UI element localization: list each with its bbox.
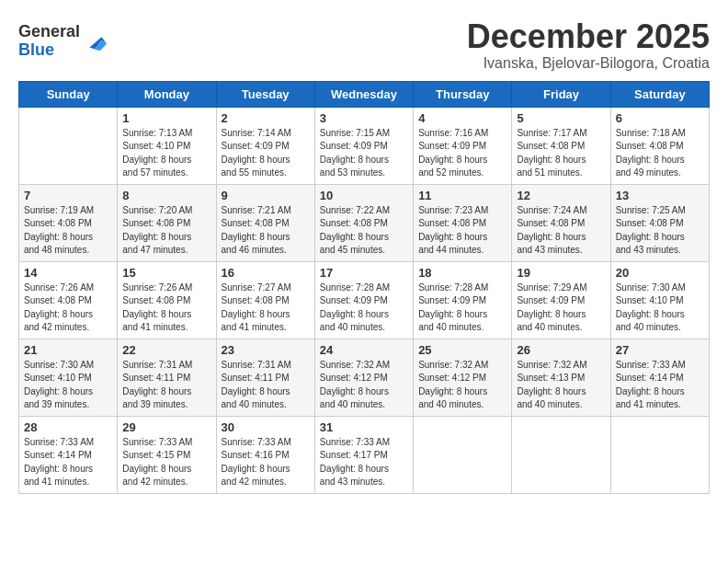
calendar-cell: 3Sunrise: 7:15 AMSunset: 4:09 PMDaylight… bbox=[314, 107, 413, 184]
title-section: December 2025 Ivanska, Bjelovar-Bilogora… bbox=[467, 18, 710, 72]
day-number: 25 bbox=[418, 343, 506, 357]
day-info: Sunrise: 7:26 AMSunset: 4:08 PMDaylight:… bbox=[122, 282, 210, 335]
calendar-cell: 28Sunrise: 7:33 AMSunset: 4:14 PMDayligh… bbox=[19, 416, 118, 493]
calendar-cell: 23Sunrise: 7:31 AMSunset: 4:11 PMDayligh… bbox=[216, 339, 314, 416]
day-info: Sunrise: 7:32 AMSunset: 4:13 PMDaylight:… bbox=[517, 359, 605, 412]
page-header: General Blue December 2025 Ivanska, Bjel… bbox=[18, 18, 710, 72]
calendar-cell: 26Sunrise: 7:32 AMSunset: 4:13 PMDayligh… bbox=[512, 339, 610, 416]
day-info: Sunrise: 7:21 AMSunset: 4:08 PMDaylight:… bbox=[222, 204, 310, 258]
calendar-cell: 22Sunrise: 7:31 AMSunset: 4:11 PMDayligh… bbox=[118, 339, 216, 416]
day-info: Sunrise: 7:30 AMSunset: 4:10 PMDaylight:… bbox=[24, 359, 112, 412]
calendar-cell: 13Sunrise: 7:25 AMSunset: 4:08 PMDayligh… bbox=[610, 184, 709, 261]
weekday-header: Monday bbox=[118, 81, 216, 107]
day-number: 12 bbox=[517, 189, 605, 202]
calendar-cell: 10Sunrise: 7:22 AMSunset: 4:08 PMDayligh… bbox=[314, 184, 413, 261]
logo-blue: Blue bbox=[18, 40, 54, 59]
calendar-cell: 7Sunrise: 7:19 AMSunset: 4:08 PMDaylight… bbox=[19, 184, 118, 261]
day-number: 10 bbox=[320, 189, 408, 202]
calendar-cell bbox=[610, 416, 709, 493]
month-title: December 2025 bbox=[467, 18, 710, 55]
day-number: 16 bbox=[222, 266, 310, 280]
calendar-cell: 6Sunrise: 7:18 AMSunset: 4:08 PMDaylight… bbox=[610, 107, 709, 184]
calendar-header-row: SundayMondayTuesdayWednesdayThursdayFrid… bbox=[19, 81, 710, 107]
calendar-cell: 5Sunrise: 7:17 AMSunset: 4:08 PMDaylight… bbox=[512, 107, 610, 184]
day-number: 31 bbox=[320, 420, 408, 434]
weekday-header: Sunday bbox=[19, 81, 118, 107]
day-number: 18 bbox=[418, 266, 506, 280]
calendar-cell: 11Sunrise: 7:23 AMSunset: 4:08 PMDayligh… bbox=[414, 184, 512, 261]
calendar-cell: 20Sunrise: 7:30 AMSunset: 4:10 PMDayligh… bbox=[610, 261, 709, 339]
calendar-table: SundayMondayTuesdayWednesdayThursdayFrid… bbox=[18, 81, 710, 494]
day-number: 19 bbox=[517, 266, 605, 280]
day-info: Sunrise: 7:22 AMSunset: 4:08 PMDaylight:… bbox=[320, 204, 408, 258]
day-number: 24 bbox=[320, 343, 408, 357]
calendar-week-row: 7Sunrise: 7:19 AMSunset: 4:08 PMDaylight… bbox=[19, 184, 710, 261]
day-number: 2 bbox=[222, 111, 310, 125]
day-info: Sunrise: 7:29 AMSunset: 4:09 PMDaylight:… bbox=[517, 282, 605, 335]
logo-icon bbox=[83, 29, 108, 54]
day-info: Sunrise: 7:25 AMSunset: 4:08 PMDaylight:… bbox=[616, 204, 704, 258]
day-number: 28 bbox=[24, 420, 112, 434]
day-number: 9 bbox=[222, 189, 310, 202]
calendar-body: 1Sunrise: 7:13 AMSunset: 4:10 PMDaylight… bbox=[19, 107, 710, 493]
calendar-week-row: 14Sunrise: 7:26 AMSunset: 4:08 PMDayligh… bbox=[19, 261, 710, 339]
day-number: 20 bbox=[616, 266, 704, 280]
day-info: Sunrise: 7:13 AMSunset: 4:10 PMDaylight:… bbox=[122, 127, 210, 180]
calendar-cell: 4Sunrise: 7:16 AMSunset: 4:09 PMDaylight… bbox=[414, 107, 512, 184]
day-info: Sunrise: 7:16 AMSunset: 4:09 PMDaylight:… bbox=[418, 127, 506, 180]
day-info: Sunrise: 7:32 AMSunset: 4:12 PMDaylight:… bbox=[320, 359, 408, 412]
day-info: Sunrise: 7:33 AMSunset: 4:14 PMDaylight:… bbox=[616, 359, 704, 412]
calendar-cell: 8Sunrise: 7:20 AMSunset: 4:08 PMDaylight… bbox=[118, 184, 216, 261]
day-number: 30 bbox=[222, 420, 310, 434]
day-info: Sunrise: 7:18 AMSunset: 4:08 PMDaylight:… bbox=[616, 127, 704, 180]
calendar-cell: 17Sunrise: 7:28 AMSunset: 4:09 PMDayligh… bbox=[314, 261, 413, 339]
day-number: 6 bbox=[616, 111, 704, 125]
day-number: 11 bbox=[418, 189, 506, 202]
day-number: 29 bbox=[122, 420, 210, 434]
calendar-cell: 2Sunrise: 7:14 AMSunset: 4:09 PMDaylight… bbox=[216, 107, 314, 184]
day-number: 13 bbox=[616, 189, 704, 202]
calendar-cell: 9Sunrise: 7:21 AMSunset: 4:08 PMDaylight… bbox=[216, 184, 314, 261]
day-number: 26 bbox=[517, 343, 605, 357]
day-info: Sunrise: 7:20 AMSunset: 4:08 PMDaylight:… bbox=[122, 204, 210, 258]
day-info: Sunrise: 7:31 AMSunset: 4:11 PMDaylight:… bbox=[122, 359, 210, 412]
day-info: Sunrise: 7:14 AMSunset: 4:09 PMDaylight:… bbox=[222, 127, 310, 180]
calendar-cell: 30Sunrise: 7:33 AMSunset: 4:16 PMDayligh… bbox=[216, 416, 314, 493]
calendar-week-row: 21Sunrise: 7:30 AMSunset: 4:10 PMDayligh… bbox=[19, 339, 710, 416]
day-number: 8 bbox=[122, 189, 210, 202]
day-info: Sunrise: 7:30 AMSunset: 4:10 PMDaylight:… bbox=[616, 282, 704, 335]
weekday-header: Friday bbox=[512, 81, 610, 107]
day-info: Sunrise: 7:19 AMSunset: 4:08 PMDaylight:… bbox=[24, 204, 112, 258]
day-number: 27 bbox=[616, 343, 704, 357]
weekday-header: Wednesday bbox=[314, 81, 413, 107]
day-info: Sunrise: 7:31 AMSunset: 4:11 PMDaylight:… bbox=[222, 359, 310, 412]
day-info: Sunrise: 7:28 AMSunset: 4:09 PMDaylight:… bbox=[418, 282, 506, 335]
day-number: 3 bbox=[320, 111, 408, 125]
calendar-cell: 24Sunrise: 7:32 AMSunset: 4:12 PMDayligh… bbox=[314, 339, 413, 416]
calendar-cell: 29Sunrise: 7:33 AMSunset: 4:15 PMDayligh… bbox=[118, 416, 216, 493]
day-info: Sunrise: 7:24 AMSunset: 4:08 PMDaylight:… bbox=[517, 204, 605, 258]
calendar-cell: 19Sunrise: 7:29 AMSunset: 4:09 PMDayligh… bbox=[512, 261, 610, 339]
calendar-cell: 25Sunrise: 7:32 AMSunset: 4:12 PMDayligh… bbox=[414, 339, 512, 416]
day-number: 17 bbox=[320, 266, 408, 280]
day-number: 4 bbox=[418, 111, 506, 125]
calendar-cell: 16Sunrise: 7:27 AMSunset: 4:08 PMDayligh… bbox=[216, 261, 314, 339]
day-info: Sunrise: 7:23 AMSunset: 4:08 PMDaylight:… bbox=[418, 204, 506, 258]
day-info: Sunrise: 7:33 AMSunset: 4:15 PMDaylight:… bbox=[122, 436, 210, 489]
day-info: Sunrise: 7:33 AMSunset: 4:16 PMDaylight:… bbox=[222, 436, 310, 489]
calendar-cell: 18Sunrise: 7:28 AMSunset: 4:09 PMDayligh… bbox=[414, 261, 512, 339]
weekday-header: Tuesday bbox=[216, 81, 314, 107]
calendar-cell: 12Sunrise: 7:24 AMSunset: 4:08 PMDayligh… bbox=[512, 184, 610, 261]
logo-general: General bbox=[18, 22, 80, 40]
day-number: 22 bbox=[122, 343, 210, 357]
calendar-week-row: 1Sunrise: 7:13 AMSunset: 4:10 PMDaylight… bbox=[19, 107, 710, 184]
day-info: Sunrise: 7:27 AMSunset: 4:08 PMDaylight:… bbox=[222, 282, 310, 335]
weekday-header: Saturday bbox=[610, 81, 709, 107]
calendar-cell: 21Sunrise: 7:30 AMSunset: 4:10 PMDayligh… bbox=[19, 339, 118, 416]
day-info: Sunrise: 7:33 AMSunset: 4:17 PMDaylight:… bbox=[320, 436, 408, 489]
day-info: Sunrise: 7:17 AMSunset: 4:08 PMDaylight:… bbox=[517, 127, 605, 180]
day-number: 15 bbox=[122, 266, 210, 280]
day-info: Sunrise: 7:33 AMSunset: 4:14 PMDaylight:… bbox=[24, 436, 112, 489]
day-info: Sunrise: 7:26 AMSunset: 4:08 PMDaylight:… bbox=[24, 282, 112, 335]
day-number: 21 bbox=[24, 343, 112, 357]
